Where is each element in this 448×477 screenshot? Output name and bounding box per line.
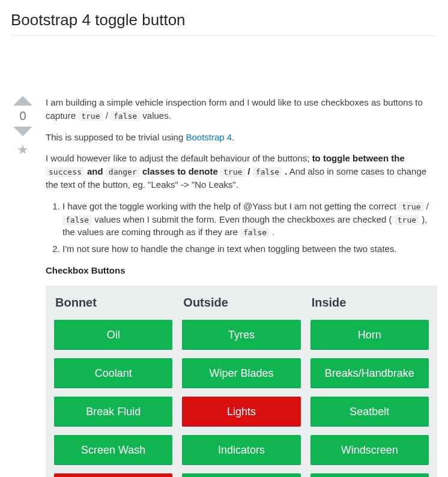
column-title: Bonnet <box>55 294 172 311</box>
toggle-button[interactable]: Leaks <box>54 473 172 477</box>
toggle-button[interactable]: Cleanliness <box>182 473 300 477</box>
text: values. <box>140 110 171 121</box>
column-title: Outside <box>183 294 300 311</box>
code-true: true <box>395 215 419 225</box>
text: / <box>245 166 253 176</box>
toggle-button[interactable]: Windscreen <box>310 435 429 465</box>
toggle-button[interactable]: Tyres <box>182 320 300 350</box>
toggle-button[interactable]: Oil <box>54 320 172 350</box>
text: to toggle between the <box>312 153 405 163</box>
downvote-icon[interactable] <box>13 127 32 136</box>
column-title: Inside <box>312 294 429 311</box>
text: classes to denote <box>140 166 220 176</box>
code-true: true <box>399 202 423 212</box>
vote-column: 0 ★ <box>11 96 35 477</box>
toggle-button[interactable]: Lights <box>182 397 300 427</box>
text: This is supposed to be trivial using <box>46 132 186 142</box>
vote-score: 0 <box>19 109 26 123</box>
checkbox-panel: BonnetOilCoolantBreak FluidScreen WashLe… <box>46 286 437 477</box>
toggle-button[interactable]: Cleanliness <box>310 473 429 477</box>
post-body: I am building a simple vehicle inspectio… <box>46 96 437 477</box>
text: . <box>270 227 274 237</box>
text: / <box>103 110 111 121</box>
column-inside: InsideHornBreaks/HandbrakeSeatbeltWindsc… <box>310 294 429 477</box>
toggle-button[interactable]: Wiper Blades <box>182 358 300 388</box>
upvote-icon[interactable] <box>13 96 32 106</box>
favorite-icon[interactable]: ★ <box>17 142 29 158</box>
toggle-button[interactable]: Break Fluid <box>54 397 172 427</box>
code-success: success <box>46 167 85 177</box>
toggle-button[interactable]: Indicators <box>182 435 300 465</box>
subheading: Checkbox Buttons <box>46 264 437 277</box>
code-true: true <box>220 167 245 177</box>
text: / <box>424 201 429 211</box>
toggle-button[interactable]: Breaks/Handbrake <box>310 358 429 388</box>
text: I would however like to adjust the defau… <box>46 153 312 163</box>
toggle-button[interactable]: Horn <box>310 320 429 350</box>
code-false: false <box>253 167 282 177</box>
toggle-button[interactable]: Coolant <box>54 358 172 388</box>
text: I have got the toggle working with the h… <box>62 201 399 211</box>
code-danger: danger <box>106 167 140 177</box>
toggle-button[interactable]: Seatbelt <box>310 397 429 427</box>
column-bonnet: BonnetOilCoolantBreak FluidScreen WashLe… <box>54 294 172 477</box>
column-outside: OutsideTyresWiper BladesLightsIndicators… <box>182 294 300 477</box>
bootstrap-link[interactable]: Bootstrap 4 <box>186 132 232 142</box>
list-item: I have got the toggle working with the h… <box>62 200 437 239</box>
toggle-button[interactable]: Screen Wash <box>54 435 172 465</box>
page-title: Bootstrap 4 toggle button <box>11 11 437 29</box>
text: . <box>232 132 234 142</box>
title-divider <box>11 35 437 36</box>
text: values when I submit the form. Even thou… <box>92 214 395 224</box>
ordered-list: I have got the toggle working with the h… <box>46 200 437 256</box>
text: and <box>85 166 106 176</box>
code-true: true <box>78 111 103 121</box>
list-item: I'm not sure how to handle the change in… <box>62 242 437 256</box>
code-false: false <box>240 227 270 238</box>
code-false: false <box>110 111 140 121</box>
code-false: false <box>62 215 92 225</box>
